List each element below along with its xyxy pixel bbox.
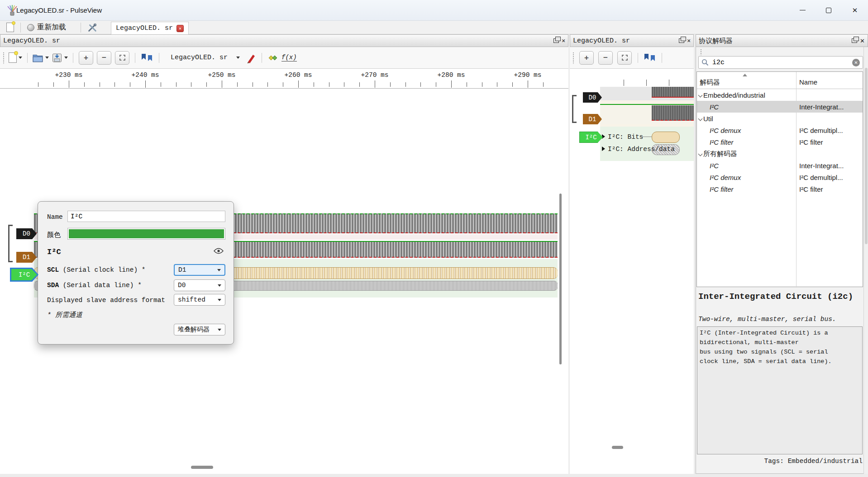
window-controls: ✕ — [789, 0, 868, 21]
decoder-table: 解码器 Name Embedded/industrialI²CInter-Int… — [696, 71, 863, 287]
decoder-panel-scrollbar[interactable] — [863, 47, 868, 474]
zoom-out-button[interactable]: − — [97, 51, 111, 65]
zoom-fit-icon — [621, 54, 628, 61]
vertical-scrollbar[interactable] — [559, 194, 562, 364]
ruler-minor-tick — [53, 82, 54, 87]
ruler-minor-tick — [512, 82, 513, 87]
expand-arrow-icon[interactable] — [602, 146, 605, 151]
separator — [73, 53, 73, 63]
separator — [638, 53, 638, 63]
decoder-row[interactable]: I²C filterI²C filter — [697, 136, 863, 148]
decoder-group-row[interactable]: Util — [697, 113, 863, 124]
channel-group-bracket[interactable] — [572, 95, 577, 123]
separator — [27, 53, 28, 63]
ruler-minor-tick — [283, 82, 283, 87]
mini-waveform-area[interactable]: I²C: Bits I²C: Address/data D0 D1 I²C — [570, 69, 694, 474]
new-file-button[interactable] — [7, 50, 24, 66]
toolbar-drag-handle[interactable] — [700, 49, 702, 55]
scl-channel-select[interactable]: D1 — [174, 264, 225, 276]
mini-signal-tag-d0[interactable]: D0 — [583, 92, 602, 103]
collapse-chevron-icon[interactable] — [698, 93, 703, 97]
open-file-button[interactable] — [31, 50, 50, 66]
configure-channels-button[interactable] — [244, 50, 258, 66]
float-panel-icon[interactable] — [553, 38, 559, 43]
flags-icon — [643, 52, 657, 63]
close-panel-icon[interactable]: ✕ — [562, 38, 565, 44]
ruler-minor-tick — [405, 82, 406, 87]
mini-zoom-out-button[interactable]: − — [598, 51, 613, 65]
zoom-fit-button[interactable] — [115, 51, 129, 65]
ruler-minor-tick — [130, 82, 130, 87]
float-panel-icon[interactable] — [679, 38, 684, 43]
expand-arrow-icon[interactable] — [602, 134, 605, 139]
math-signal-label: f(x) — [281, 54, 297, 61]
reload-label: 重新加载 — [37, 23, 66, 32]
close-panel-icon[interactable]: ✕ — [687, 38, 691, 44]
toolbar-drag-handle[interactable] — [572, 52, 574, 64]
minimize-button[interactable] — [789, 0, 816, 21]
ruler-minor-tick — [161, 82, 161, 87]
close-panel-icon[interactable]: ✕ — [860, 38, 865, 44]
column-header-decoder[interactable]: 解码器 — [700, 78, 720, 87]
sda-channel-select[interactable]: D0 — [174, 279, 225, 291]
decoder-name: I²C — [710, 162, 719, 170]
math-signal-button[interactable]: f(x) — [280, 50, 298, 66]
mini-view-panel: LegacyOLED. sr ✕ + − — [570, 34, 694, 474]
mini-signal-tag-i2c[interactable]: I²C — [579, 132, 603, 143]
ruler-minor-tick — [191, 82, 191, 87]
close-button[interactable]: ✕ — [842, 0, 868, 21]
decoder-group-row[interactable]: 所有解码器 — [697, 148, 863, 160]
maximize-button[interactable] — [816, 0, 842, 21]
decoder-group-row[interactable]: Embedded/industrial — [697, 89, 863, 101]
mini-bits-capsule[interactable] — [652, 132, 680, 143]
time-ruler[interactable]: +230 ms+240 ms+250 ms+260 ms+270 ms+280 … — [0, 69, 568, 89]
mini-zoom-fit-button[interactable] — [617, 51, 632, 65]
save-file-button[interactable] — [50, 50, 69, 66]
scl-label: SCL (Serial clock line) * — [47, 266, 146, 274]
color-swatch-button[interactable] — [67, 228, 225, 240]
ruler-minor-tick — [543, 82, 544, 87]
signal-label-d0: D0 — [23, 230, 30, 237]
mini-signal-tag-d1[interactable]: D1 — [583, 114, 602, 124]
device-selector[interactable]: LegacyOLED. sr — [163, 50, 235, 66]
tab-close-icon[interactable]: ✕ — [176, 25, 184, 32]
decoder-table-header[interactable]: 解码器 Name — [697, 72, 863, 89]
decoder-name-input[interactable] — [67, 211, 225, 222]
horizontal-scrollbar[interactable] — [191, 466, 213, 469]
scrollbar-thumb[interactable] — [865, 68, 868, 244]
decoder-search[interactable]: ✕ — [698, 56, 863, 69]
decoder-row[interactable]: I²C demuxI²C demultipl... — [697, 124, 863, 136]
session-tab[interactable]: LegacyOLED. sr ✕ — [111, 22, 189, 34]
float-panel-icon[interactable] — [852, 38, 857, 43]
zoom-in-button[interactable]: + — [79, 51, 93, 65]
new-session-icon — [6, 23, 14, 32]
decoder-row[interactable]: I²CInter-Integrat... — [697, 101, 863, 113]
column-header-name[interactable]: Name — [799, 78, 817, 86]
decoder-description-subtitle: Two-wire, multi-master, serial bus. — [698, 316, 861, 323]
channel-group-bracket[interactable] — [8, 225, 13, 262]
toolbar-drag-handle[interactable] — [3, 52, 5, 64]
mini-burst-d1 — [652, 105, 694, 121]
mini-zoom-in-button[interactable]: + — [579, 51, 594, 65]
collapse-chevron-icon[interactable] — [698, 116, 703, 121]
address-format-select[interactable]: shifted — [174, 294, 225, 306]
reload-button[interactable]: 重新加载 — [24, 22, 69, 33]
decoder-row[interactable]: I²C demuxI²C demultipl... — [697, 171, 863, 183]
visibility-eye-icon[interactable] — [214, 248, 224, 254]
decoder-search-input[interactable] — [712, 59, 849, 66]
mini-markers-button[interactable] — [642, 50, 658, 66]
separator — [135, 53, 135, 63]
new-session-button[interactable] — [4, 22, 17, 33]
clear-search-icon[interactable]: ✕ — [852, 59, 860, 66]
settings-button[interactable] — [85, 22, 100, 33]
ruler-label: +260 ms — [285, 71, 312, 79]
collapse-chevron-icon[interactable] — [698, 151, 703, 156]
decoder-row[interactable]: I²CInter-Integrat... — [697, 160, 863, 171]
minimize-icon — [800, 10, 806, 10]
ruler-major-tick — [69, 80, 69, 88]
stack-decoder-button[interactable]: 堆叠解码器 — [174, 324, 225, 335]
decoder-row[interactable]: I²C filterI²C filter — [697, 183, 863, 195]
mini-horizontal-scrollbar[interactable] — [612, 446, 623, 449]
channels-button[interactable] — [266, 50, 280, 66]
show-markers-button[interactable] — [139, 50, 155, 66]
